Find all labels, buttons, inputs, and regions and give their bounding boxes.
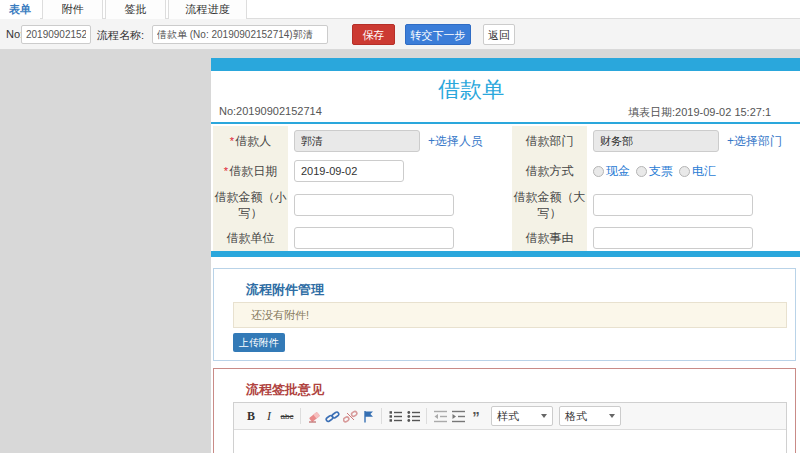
toolbar-separator — [381, 408, 382, 424]
form-toolbar: No: 流程名称: 保存 转交下一步 返回 — [0, 19, 800, 50]
amount-big-input[interactable] — [593, 194, 753, 216]
link-icon[interactable] — [323, 407, 341, 425]
department-label: 借款部门 — [512, 126, 587, 156]
tab-form[interactable]: 表单 — [0, 0, 40, 19]
loan-method-value-cell: 现金 支票 电汇 — [587, 156, 800, 186]
upload-attachment-button[interactable]: 上传附件 — [233, 333, 285, 352]
save-button[interactable]: 保存 — [352, 24, 395, 45]
loan-unit-input[interactable] — [294, 227, 454, 249]
approval-header: 流程签批意见 — [246, 381, 324, 399]
loan-date-value-cell — [288, 156, 505, 186]
radio-wire-label[interactable]: 电汇 — [692, 163, 716, 180]
attachments-section: 流程附件管理 还没有附件! 上传附件 — [213, 268, 796, 361]
loan-method-options: 现金 支票 电汇 — [593, 163, 716, 180]
field-row-borrower: *借款人 +选择人员 借款部门 +选择部门 — [211, 126, 800, 156]
loan-date-label: *借款日期 — [213, 156, 288, 186]
loan-unit-value-cell — [288, 224, 505, 251]
department-input[interactable] — [593, 130, 719, 152]
field-row-unit-reason: 借款单位 借款事由 — [211, 224, 800, 251]
tab-approval[interactable]: 签批 — [105, 0, 166, 19]
loan-unit-label: 借款单位 — [213, 224, 288, 251]
rich-text-editor: B I abc — [233, 402, 787, 453]
document-panel: 借款单 No:20190902152714 填表日期:2019-09-02 15… — [211, 58, 800, 453]
divider-line — [211, 122, 800, 124]
amount-small-label: 借款金额（小写） — [213, 186, 288, 224]
indent-icon[interactable] — [449, 407, 467, 425]
amount-big-label: 借款金额（大写） — [512, 186, 587, 224]
tab-bar: 表单 附件 签批 流程进度 — [0, 0, 800, 19]
select-department-link[interactable]: +选择部门 — [727, 133, 782, 150]
styles-dropdown[interactable]: 样式 — [491, 406, 553, 426]
department-value-cell: +选择部门 — [587, 126, 800, 156]
editor-toolbar: B I abc — [234, 403, 786, 430]
radio-cash[interactable] — [593, 166, 604, 177]
process-name-label: 流程名称: — [97, 28, 144, 43]
format-dropdown-label: 格式 — [565, 409, 603, 424]
select-person-link[interactable]: +选择人员 — [428, 133, 483, 150]
anchor-flag-icon[interactable] — [359, 407, 377, 425]
radio-check[interactable] — [636, 166, 647, 177]
no-input[interactable] — [21, 25, 91, 44]
field-row-date-method: *借款日期 借款方式 现金 支票 电汇 — [211, 156, 800, 186]
fill-date: 填表日期:2019-09-02 15:27:1 — [628, 105, 771, 120]
unlink-icon[interactable] — [341, 407, 359, 425]
loan-reason-input[interactable] — [593, 227, 753, 249]
radio-cash-label[interactable]: 现金 — [606, 163, 630, 180]
loan-reason-label: 借款事由 — [512, 224, 587, 251]
attachments-header: 流程附件管理 — [246, 281, 324, 299]
loan-reason-value-cell — [587, 224, 800, 251]
outdent-icon[interactable] — [431, 407, 449, 425]
no-attachments-message: 还没有附件! — [233, 302, 787, 328]
chevron-down-icon — [541, 414, 547, 418]
bold-icon[interactable]: B — [242, 407, 260, 425]
amount-small-input[interactable] — [294, 194, 454, 216]
format-dropdown[interactable]: 格式 — [559, 406, 621, 426]
chevron-down-icon — [609, 414, 615, 418]
amount-small-value-cell — [288, 186, 505, 224]
back-button[interactable]: 返回 — [483, 24, 515, 45]
process-name-input[interactable] — [152, 25, 328, 44]
borrower-label: *借款人 — [213, 126, 288, 156]
numbered-list-icon[interactable] — [386, 407, 404, 425]
strikethrough-icon[interactable]: abc — [278, 407, 296, 425]
loan-date-input[interactable] — [294, 160, 404, 182]
approval-section: 流程签批意见 B I abc — [213, 368, 796, 453]
remove-format-icon[interactable] — [305, 407, 323, 425]
tab-attachments[interactable]: 附件 — [42, 0, 103, 19]
editor-content-area[interactable] — [234, 430, 786, 453]
forward-next-step-button[interactable]: 转交下一步 — [405, 24, 471, 45]
bullet-list-icon[interactable] — [404, 407, 422, 425]
blockquote-icon[interactable]: ” — [467, 407, 485, 425]
toolbar-separator — [426, 408, 427, 424]
page-title: 借款单 — [211, 75, 731, 105]
field-row-amounts: 借款金额（小写） 借款金额（大写） — [211, 186, 800, 224]
tab-process-progress[interactable]: 流程进度 — [168, 0, 247, 19]
document-number: No:20190902152714 — [219, 105, 322, 117]
top-accent-bar — [211, 58, 800, 71]
radio-check-label[interactable]: 支票 — [649, 163, 673, 180]
borrower-input[interactable] — [294, 130, 420, 152]
toolbar-separator — [300, 408, 301, 424]
radio-wire[interactable] — [679, 166, 690, 177]
required-mark: * — [224, 163, 228, 179]
italic-icon[interactable]: I — [260, 407, 278, 425]
borrower-value-cell: +选择人员 — [288, 126, 505, 156]
styles-dropdown-label: 样式 — [497, 409, 535, 424]
loan-method-label: 借款方式 — [512, 156, 587, 186]
required-mark: * — [230, 133, 234, 149]
amount-big-value-cell — [587, 186, 800, 224]
bottom-accent-bar — [211, 251, 800, 257]
loan-form-page: 表单 附件 签批 流程进度 No: 流程名称: 保存 转交下一步 返回 借款单 … — [0, 0, 800, 453]
